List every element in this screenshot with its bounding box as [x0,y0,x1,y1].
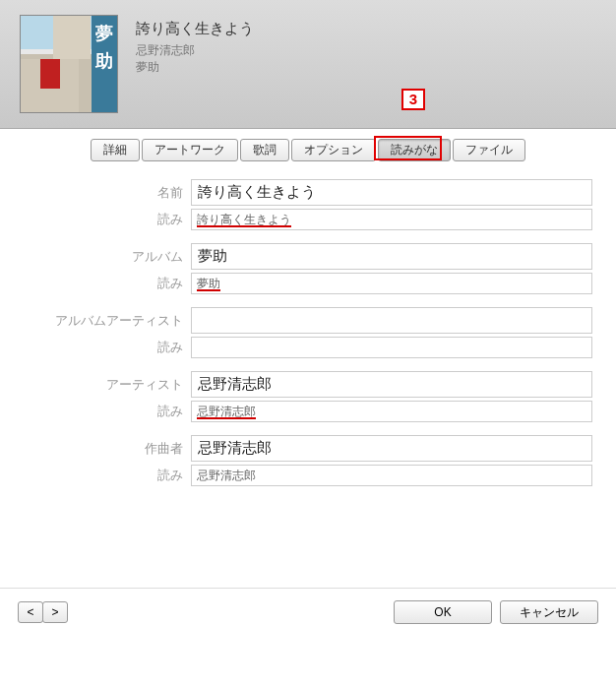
artwork-kanji-1: 夢 [95,22,113,45]
header-album: 夢助 [136,59,254,76]
callout-box: 3 [401,89,425,110]
album-artwork: 夢 助 [20,15,118,113]
form-area: 名前 読み アルバム 読み アルバムアーティスト 読み アーティスト 読み 作曲… [0,169,616,509]
album-yomi-field[interactable] [191,273,592,294]
name-field[interactable] [191,179,592,206]
composer-field[interactable] [191,435,592,462]
name-yomi-field[interactable] [191,209,592,230]
header-artist: 忌野清志郎 [136,42,254,59]
artist-yomi-field[interactable] [191,401,592,422]
composer-yomi-field[interactable] [191,465,592,486]
tab-lyrics[interactable]: 歌詞 [240,139,289,161]
tab-file[interactable]: ファイル [453,139,525,161]
album-label: アルバム [24,248,191,266]
name-yomi-label: 読み [24,211,191,228]
albumartist-label: アルバムアーティスト [24,312,191,330]
tab-artwork[interactable]: アートワーク [142,139,238,161]
artwork-kanji-2: 助 [95,49,113,73]
cancel-button[interactable]: キャンセル [500,600,598,624]
next-button[interactable]: > [42,601,68,623]
artist-label: アーティスト [24,376,191,394]
tab-bar: 詳細 アートワーク 歌詞 オプション 読みがな ファイル [0,129,616,169]
header-area: 夢 助 誇り高く生きよう 忌野清志郎 夢助 [0,0,616,129]
albumartist-yomi-field[interactable] [191,337,592,358]
tab-yomigana[interactable]: 読みがな [378,139,451,161]
albumartist-yomi-label: 読み [24,339,191,356]
footer-area: < > OK キャンセル [0,588,616,636]
tab-options[interactable]: オプション [291,139,376,161]
page-title: 誇り高く生きよう [136,20,254,38]
prev-button[interactable]: < [18,601,43,623]
album-yomi-label: 読み [24,275,191,292]
composer-label: 作曲者 [24,440,191,458]
artist-yomi-label: 読み [24,403,191,420]
album-field[interactable] [191,243,592,270]
composer-yomi-label: 読み [24,467,191,484]
ok-button[interactable]: OK [394,600,492,624]
artist-field[interactable] [191,371,592,398]
albumartist-field[interactable] [191,307,592,334]
tab-details[interactable]: 詳細 [91,139,140,161]
name-label: 名前 [24,184,191,202]
